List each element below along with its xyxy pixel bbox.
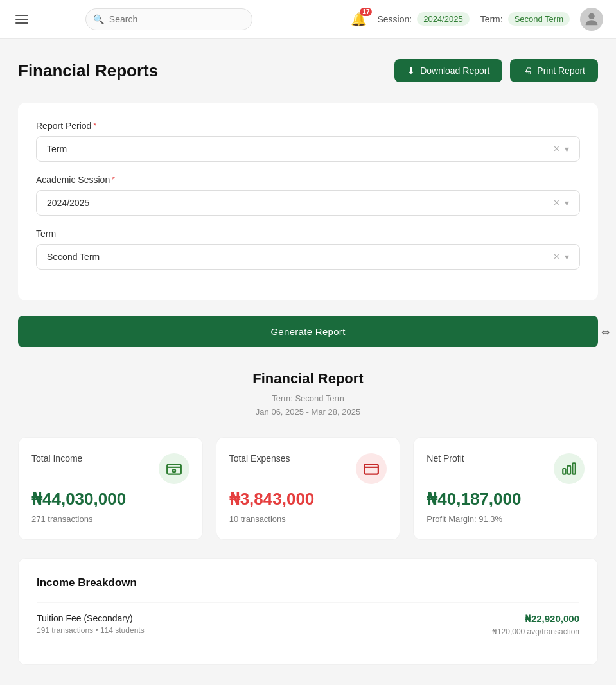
breakdown-item-avg: ₦120,000 avg/transaction <box>492 627 579 636</box>
svg-rect-4 <box>563 469 565 474</box>
income-transactions: 271 transactions <box>31 514 189 524</box>
chevron-down-icon-3: ▾ <box>565 252 569 262</box>
report-date-range: Jan 06, 2025 - Mar 28, 2025 <box>18 406 598 419</box>
report-period-label: Report Period * <box>36 121 580 131</box>
term-field-label: Term <box>36 229 580 239</box>
report-period-group: Report Period * Term × ▾ <box>36 121 580 162</box>
print-report-button[interactable]: 🖨 Print Report <box>510 59 598 82</box>
chevron-down-icon: ▾ <box>565 144 569 154</box>
clear-icon-2[interactable]: × <box>554 197 559 209</box>
breakdown-item-name: Tuition Fee (Secondary) <box>37 613 145 623</box>
report-title: Financial Report <box>18 370 598 387</box>
income-amount: ₦44,030,000 <box>31 489 189 509</box>
report-header: Financial Report Term: Second Term Jan 0… <box>18 370 598 419</box>
clear-icon-3[interactable]: × <box>554 251 559 263</box>
expenses-transactions: 10 transactions <box>229 514 387 524</box>
term-label: Term: <box>480 14 503 24</box>
svg-point-0 <box>588 13 594 19</box>
profit-card-header: Net Profit <box>427 453 585 484</box>
page-title: Financial Reports <box>18 61 158 81</box>
report-period-value: Term <box>47 144 554 154</box>
expense-icon <box>356 453 387 484</box>
search-container: 🔍 <box>85 8 252 30</box>
svg-point-2 <box>172 469 175 472</box>
svg-rect-5 <box>568 465 570 474</box>
expenses-card-header: Total Expenses <box>229 453 387 484</box>
income-title: Total Income <box>31 453 82 464</box>
header-right: 🔔 17 Session: 2024/2025 Term: Second Ter… <box>351 8 603 31</box>
search-icon: 🔍 <box>93 14 104 24</box>
profit-margin: Profit Margin: 91.3% <box>427 514 585 524</box>
generate-report-button[interactable]: Generate Report <box>18 316 598 347</box>
breakdown-row-left: Tuition Fee (Secondary) 191 transactions… <box>37 613 145 635</box>
academic-session-label: Academic Session * <box>36 175 580 185</box>
term-select[interactable]: Second Term × ▾ <box>36 244 580 270</box>
session-value: 2024/2025 <box>417 12 469 26</box>
avatar[interactable] <box>580 8 603 31</box>
app-header: 🔍 🔔 17 Session: 2024/2025 Term: Second T… <box>0 0 616 39</box>
expenses-title: Total Expenses <box>229 453 290 464</box>
print-label: Print Report <box>537 65 585 76</box>
main-content: Financial Reports ⬇ Download Report 🖨 Pr… <box>0 39 616 685</box>
session-info: Session: 2024/2025 Term: Second Term <box>377 12 570 26</box>
menu-icon[interactable] <box>13 12 31 26</box>
notification-bell[interactable]: 🔔 17 <box>351 12 367 27</box>
term-group: Term Second Term × ▾ <box>36 229 580 270</box>
academic-session-group: Academic Session * 2024/2025 × ▾ <box>36 175 580 216</box>
academic-session-select[interactable]: 2024/2025 × ▾ <box>36 190 580 216</box>
profit-card: Net Profit ₦40,187,000 Profit Margin: 91… <box>413 437 598 540</box>
breakdown-title: Income Breakdown <box>37 577 579 589</box>
page-header: Financial Reports ⬇ Download Report 🖨 Pr… <box>18 59 598 82</box>
download-report-button[interactable]: ⬇ Download Report <box>394 59 502 82</box>
profit-amount: ₦40,187,000 <box>427 489 585 509</box>
stat-cards: Total Income ₦44,030,000 271 transaction… <box>18 437 598 540</box>
download-icon: ⬇ <box>407 65 415 76</box>
svg-rect-6 <box>572 463 575 474</box>
required-indicator: * <box>93 121 96 130</box>
clear-icon[interactable]: × <box>554 143 559 155</box>
notification-badge: 17 <box>360 8 372 16</box>
search-input[interactable] <box>85 8 252 30</box>
report-period-select[interactable]: Term × ▾ <box>36 136 580 162</box>
print-icon: 🖨 <box>523 65 532 76</box>
profit-icon <box>554 453 585 484</box>
svg-rect-3 <box>364 464 378 474</box>
chevron-down-icon-2: ▾ <box>565 198 569 208</box>
term-value: Second Term <box>47 252 554 262</box>
form-section: Report Period * Term × ▾ Academic Sessio… <box>18 103 598 300</box>
download-label: Download Report <box>420 65 489 76</box>
academic-session-value: 2024/2025 <box>47 198 554 208</box>
report-term-meta: Term: Second Term <box>18 392 598 406</box>
page-header-actions: ⬇ Download Report 🖨 Print Report <box>394 59 598 82</box>
term-value: Second Term <box>508 12 570 26</box>
header-divider <box>475 13 475 26</box>
required-indicator-2: * <box>112 175 115 184</box>
breakdown-section: Income Breakdown Tuition Fee (Secondary)… <box>18 558 598 665</box>
breakdown-item-meta: 191 transactions • 114 students <box>37 626 145 635</box>
income-icon <box>159 453 189 484</box>
income-card-header: Total Income <box>31 453 189 484</box>
breakdown-row-right: ₦22,920,000 ₦120,000 avg/transaction <box>492 613 579 636</box>
profit-title: Net Profit <box>427 453 464 464</box>
generate-wrap: Generate Report ⇔ <box>18 316 598 347</box>
resize-handle-icon: ⇔ <box>601 325 610 338</box>
expenses-amount: ₦3,843,000 <box>229 489 387 509</box>
session-label: Session: <box>377 14 412 24</box>
breakdown-row: Tuition Fee (Secondary) 191 transactions… <box>37 602 579 646</box>
breakdown-item-amount: ₦22,920,000 <box>492 613 579 625</box>
income-card: Total Income ₦44,030,000 271 transaction… <box>18 437 203 540</box>
expenses-card: Total Expenses ₦3,843,000 10 transaction… <box>216 437 401 540</box>
